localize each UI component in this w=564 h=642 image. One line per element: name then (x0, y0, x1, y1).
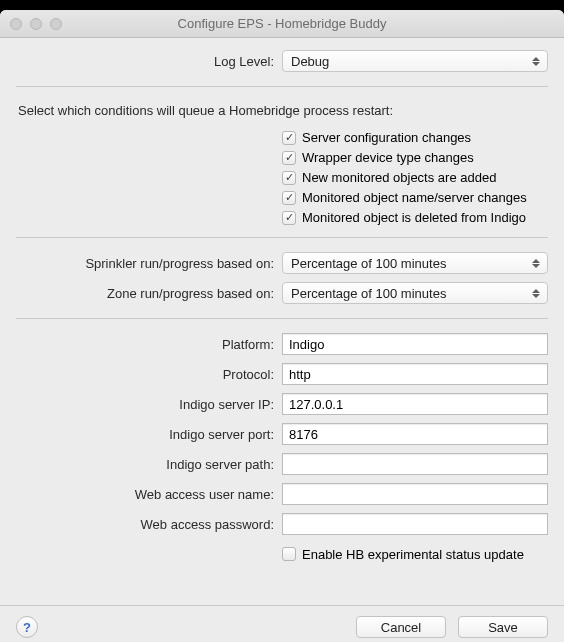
checkbox-icon (282, 151, 296, 165)
zoom-icon[interactable] (50, 18, 62, 30)
divider (16, 318, 548, 319)
restart-condition-label: Server configuration changes (302, 130, 471, 145)
titlebar: Configure EPS - Homebridge Buddy (0, 10, 564, 38)
sprinkler-label: Sprinkler run/progress based on: (16, 256, 282, 271)
server-ip-row: Indigo server IP: (16, 391, 548, 417)
restart-condition-label: New monitored objects are added (302, 170, 496, 185)
server-port-input[interactable] (282, 423, 548, 445)
restart-condition-label: Monitored object name/server changes (302, 190, 527, 205)
web-pass-input[interactable] (282, 513, 548, 535)
close-icon[interactable] (10, 18, 22, 30)
chevron-updown-icon (527, 254, 545, 272)
checkbox-icon (282, 547, 296, 561)
checkbox-icon (282, 211, 296, 225)
minimize-icon[interactable] (30, 18, 42, 30)
traffic-lights (10, 18, 62, 30)
restart-condition-label: Wrapper device type changes (302, 150, 474, 165)
content-area: Log Level: Debug Select which conditions… (0, 38, 564, 605)
save-button[interactable]: Save (458, 616, 548, 638)
log-level-label: Log Level: (16, 54, 282, 69)
server-path-label: Indigo server path: (16, 457, 282, 472)
experimental-label: Enable HB experimental status update (302, 547, 524, 562)
web-pass-label: Web access password: (16, 517, 282, 532)
chevron-updown-icon (527, 52, 545, 70)
platform-input[interactable] (282, 333, 548, 355)
restart-condition-checkbox[interactable]: Monitored object name/server changes (282, 190, 527, 205)
restart-conditions: Server configuration changesWrapper devi… (16, 128, 548, 225)
checkbox-icon (282, 171, 296, 185)
web-user-input[interactable] (282, 483, 548, 505)
divider (16, 86, 548, 87)
web-pass-row: Web access password: (16, 511, 548, 537)
save-button-label: Save (488, 620, 518, 635)
sprinkler-value: Percentage of 100 minutes (291, 256, 446, 271)
chevron-updown-icon (527, 284, 545, 302)
restart-condition-label: Monitored object is deleted from Indigo (302, 210, 526, 225)
zone-value: Percentage of 100 minutes (291, 286, 446, 301)
protocol-input[interactable] (282, 363, 548, 385)
zone-row: Zone run/progress based on: Percentage o… (16, 280, 548, 306)
footer: ? Cancel Save (0, 605, 564, 642)
protocol-row: Protocol: (16, 361, 548, 387)
protocol-label: Protocol: (16, 367, 282, 382)
restart-condition-checkbox[interactable]: Server configuration changes (282, 130, 471, 145)
checkbox-icon (282, 191, 296, 205)
cancel-button-label: Cancel (381, 620, 421, 635)
server-port-label: Indigo server port: (16, 427, 282, 442)
experimental-checkbox[interactable]: Enable HB experimental status update (282, 547, 524, 562)
help-button[interactable]: ? (16, 616, 38, 638)
log-level-value: Debug (291, 54, 329, 69)
server-ip-input[interactable] (282, 393, 548, 415)
restart-condition-checkbox[interactable]: Wrapper device type changes (282, 150, 474, 165)
platform-label: Platform: (16, 337, 282, 352)
footer-buttons: Cancel Save (356, 616, 548, 638)
checkbox-icon (282, 131, 296, 145)
sprinkler-row: Sprinkler run/progress based on: Percent… (16, 250, 548, 276)
cancel-button[interactable]: Cancel (356, 616, 446, 638)
web-user-row: Web access user name: (16, 481, 548, 507)
restart-condition-checkbox[interactable]: New monitored objects are added (282, 170, 496, 185)
help-icon: ? (23, 620, 31, 635)
dialog-window: Configure EPS - Homebridge Buddy Log Lev… (0, 10, 564, 642)
server-path-input[interactable] (282, 453, 548, 475)
window-title: Configure EPS - Homebridge Buddy (0, 16, 564, 31)
server-path-row: Indigo server path: (16, 451, 548, 477)
server-ip-label: Indigo server IP: (16, 397, 282, 412)
sprinkler-select[interactable]: Percentage of 100 minutes (282, 252, 548, 274)
divider (16, 237, 548, 238)
experimental-row: Enable HB experimental status update (16, 541, 548, 567)
zone-select[interactable]: Percentage of 100 minutes (282, 282, 548, 304)
log-level-row: Log Level: Debug (16, 48, 548, 74)
zone-label: Zone run/progress based on: (16, 286, 282, 301)
platform-row: Platform: (16, 331, 548, 357)
web-user-label: Web access user name: (16, 487, 282, 502)
log-level-select[interactable]: Debug (282, 50, 548, 72)
restart-condition-checkbox[interactable]: Monitored object is deleted from Indigo (282, 210, 526, 225)
restart-instruction: Select which conditions will queue a Hom… (16, 103, 548, 118)
server-port-row: Indigo server port: (16, 421, 548, 447)
